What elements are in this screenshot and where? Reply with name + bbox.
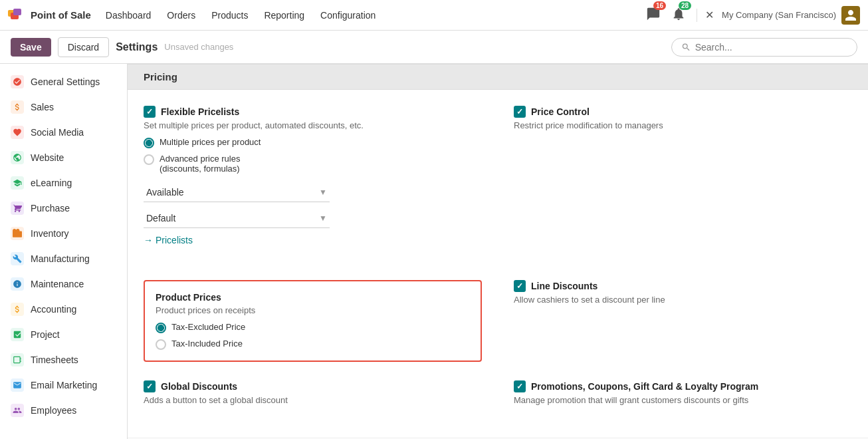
sidebar-item-timesheets[interactable]: Timesheets xyxy=(0,347,127,372)
nav-products[interactable]: Products xyxy=(205,6,255,25)
sidebar-label: Employees xyxy=(31,405,76,416)
sidebar-label: Project xyxy=(31,329,60,340)
promotions-title: Promotions, Coupons, Gift Card & Loyalty… xyxy=(514,380,852,392)
nav-reporting[interactable]: Reporting xyxy=(257,6,311,25)
settings-row-3: Global Discounts Adds a button to set a … xyxy=(144,380,852,421)
promotions-block: Promotions, Coupons, Gift Card & Loyalty… xyxy=(514,380,852,405)
nav-dashboard[interactable]: Dashboard xyxy=(99,6,158,25)
sidebar-label: Maintenance xyxy=(31,279,84,289)
price-control-desc: Restrict price modification to managers xyxy=(514,120,852,130)
main-layout: General Settings Sales Social Media Webs… xyxy=(0,64,868,439)
app-name: Point of Sale xyxy=(31,9,91,21)
close-icon[interactable]: ✕ xyxy=(705,9,714,21)
nav-orders[interactable]: Orders xyxy=(160,6,202,25)
user-avatar[interactable] xyxy=(841,6,860,25)
activity-button[interactable]: 28 xyxy=(669,4,689,26)
settings-row-1: Flexible Pricelists Set multiple prices … xyxy=(144,106,852,261)
product-prices-highlight-box: Product Prices Product prices on receipt… xyxy=(144,280,482,362)
radio-circle-tax-excluded xyxy=(156,323,166,333)
sidebar-label: Accounting xyxy=(31,304,76,315)
sidebar-item-elearning[interactable]: eLearning xyxy=(0,170,127,196)
product-prices-title: Product Prices xyxy=(156,292,470,303)
sidebar: General Settings Sales Social Media Webs… xyxy=(0,64,128,439)
project-icon xyxy=(11,328,24,341)
sidebar-item-sales[interactable]: Sales xyxy=(0,94,127,120)
line-discounts-desc: Allow cashiers to set a discount per lin… xyxy=(514,295,852,305)
global-discounts-desc: Adds a button to set a global discount xyxy=(144,395,482,405)
search-input[interactable] xyxy=(695,42,847,53)
line-discounts-checkbox[interactable] xyxy=(514,280,526,292)
radio-tax-included[interactable]: Tax-Included Price xyxy=(156,339,470,350)
timesheets-icon xyxy=(11,353,24,366)
radio-multiple-prices[interactable]: Multiple prices per product xyxy=(144,137,482,148)
discard-button[interactable]: Discard xyxy=(58,37,109,57)
page-title: Settings xyxy=(116,41,158,53)
sidebar-item-purchase[interactable]: Purchase xyxy=(0,196,127,221)
price-control-checkbox[interactable] xyxy=(514,106,526,118)
line-discounts-col: Line Discounts Allow cashiers to set a d… xyxy=(514,280,852,362)
sidebar-item-manufacturing[interactable]: Manufacturing xyxy=(0,246,127,271)
promotions-col: Promotions, Coupons, Gift Card & Loyalty… xyxy=(514,380,852,421)
sidebar-label: Social Media xyxy=(31,127,84,138)
default-dropdown[interactable]: Default ▼ xyxy=(144,209,330,228)
pricelists-link[interactable]: Pricelists xyxy=(144,235,482,245)
accounting-icon xyxy=(11,303,24,316)
pricelists-radio-group: Multiple prices per product Advanced pri… xyxy=(144,137,482,174)
settings-row-2: Product Prices Product prices on receipt… xyxy=(144,280,852,362)
flexible-pricelists-checkbox[interactable] xyxy=(144,106,156,118)
sidebar-item-project[interactable]: Project xyxy=(0,322,127,347)
dropdown-arrow-available: ▼ xyxy=(319,188,327,197)
sidebar-label: Timesheets xyxy=(31,355,78,365)
sidebar-item-social-media[interactable]: Social Media xyxy=(0,120,127,145)
sidebar-label: General Settings xyxy=(31,76,100,87)
purchase-icon xyxy=(11,202,24,215)
price-control-title: Price Control xyxy=(514,106,852,118)
sidebar-label: Purchase xyxy=(31,203,70,214)
radio-circle-advanced xyxy=(144,154,154,165)
available-dropdown[interactable]: Available ▼ xyxy=(144,183,330,202)
sidebar-item-employees[interactable]: Employees xyxy=(0,398,127,423)
settings-area: Flexible Pricelists Set multiple prices … xyxy=(128,90,868,437)
manufacturing-icon xyxy=(11,252,24,265)
flexible-pricelists-col: Flexible Pricelists Set multiple prices … xyxy=(144,106,482,261)
app-logo[interactable]: Point of Sale xyxy=(8,7,91,23)
svg-rect-2 xyxy=(13,9,21,15)
line-discounts-title: Line Discounts xyxy=(514,280,852,292)
sidebar-item-general-settings[interactable]: General Settings xyxy=(0,69,127,94)
sidebar-label: Email Marketing xyxy=(31,380,97,390)
sidebar-item-website[interactable]: Website xyxy=(0,145,127,170)
sidebar-label: Inventory xyxy=(31,228,69,239)
social-media-icon xyxy=(11,126,24,139)
search-icon xyxy=(681,42,691,53)
global-discounts-checkbox[interactable] xyxy=(144,380,156,392)
radio-tax-excluded[interactable]: Tax-Excluded Price xyxy=(156,322,470,333)
price-control-block: Price Control Restrict price modificatio… xyxy=(514,106,852,130)
sidebar-item-inventory[interactable]: Inventory xyxy=(0,221,127,246)
inventory-icon xyxy=(11,227,24,240)
sidebar-item-email-marketing[interactable]: Email Marketing xyxy=(0,372,127,398)
flexible-pricelists-block: Flexible Pricelists Set multiple prices … xyxy=(144,106,482,245)
nav-configuration[interactable]: Configuration xyxy=(314,6,382,25)
website-icon xyxy=(11,151,24,164)
promotions-checkbox[interactable] xyxy=(514,380,526,392)
sidebar-label: eLearning xyxy=(31,178,72,188)
save-button[interactable]: Save xyxy=(11,38,51,57)
radio-advanced-rules[interactable]: Advanced price rules(discounts, formulas… xyxy=(144,154,482,174)
messages-button[interactable]: 16 xyxy=(643,4,663,26)
flexible-pricelists-title: Flexible Pricelists xyxy=(144,106,482,118)
content-area: Pricing Flexible Pricelists Set multiple… xyxy=(128,64,868,439)
activity-badge: 28 xyxy=(679,1,691,10)
sidebar-item-maintenance[interactable]: Maintenance xyxy=(0,271,127,297)
sidebar-item-accounting[interactable]: Accounting xyxy=(0,297,127,322)
company-name: My Company (San Francisco) xyxy=(722,10,836,20)
messages-badge: 16 xyxy=(653,1,666,10)
product-prices-col: Product Prices Product prices on receipt… xyxy=(144,280,482,362)
toolbar: Save Discard Settings Unsaved changes xyxy=(0,31,868,64)
sidebar-label: Sales xyxy=(31,102,54,112)
search-bar[interactable] xyxy=(671,38,857,57)
global-discounts-block: Global Discounts Adds a button to set a … xyxy=(144,380,482,405)
flexible-pricelists-desc: Set multiple prices per product, automat… xyxy=(144,120,482,130)
product-prices-desc: Product prices on receipts xyxy=(156,305,470,315)
promotions-desc: Manage promotion that will grant custome… xyxy=(514,395,852,405)
sidebar-label: Manufacturing xyxy=(31,253,90,264)
